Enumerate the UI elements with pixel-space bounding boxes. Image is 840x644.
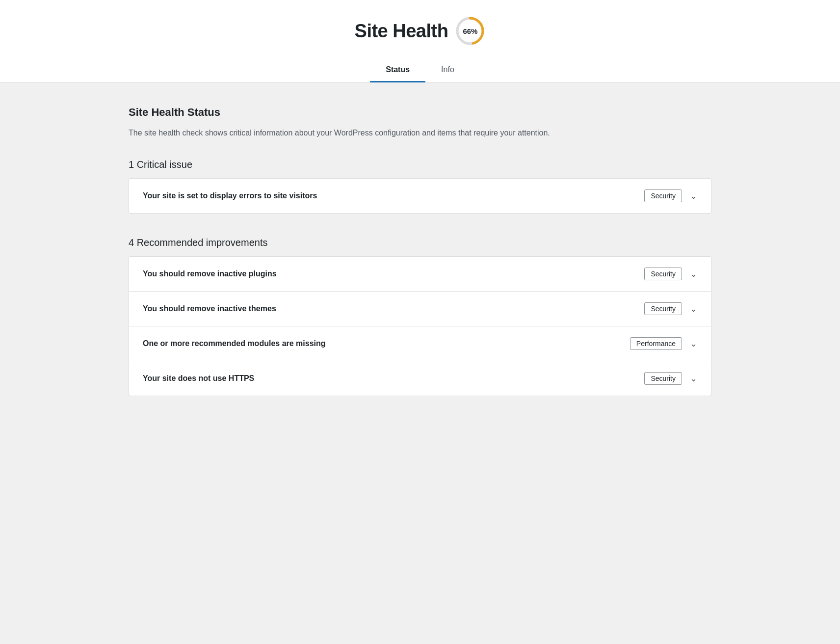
page-title: Site Health (355, 21, 448, 42)
chevron-down-icon[interactable]: ⌄ (690, 190, 697, 201)
score-value: 66% (463, 27, 477, 35)
chevron-down-icon[interactable]: ⌄ (690, 268, 697, 279)
security-tag: Security (644, 302, 682, 315)
issue-label: Your site does not use HTTPS (143, 374, 254, 383)
main-content: Site Health Status The site health check… (101, 82, 739, 443)
issue-label: Your site is set to display errors to si… (143, 191, 317, 200)
table-row: Your site is set to display errors to si… (129, 179, 711, 213)
issue-right: Security ⌄ (644, 302, 697, 315)
table-row: One or more recommended modules are miss… (129, 326, 711, 361)
health-score-circle: 66% (455, 16, 485, 46)
title-row: Site Health 66% (355, 16, 486, 46)
issue-right: Security ⌄ (644, 372, 697, 385)
issue-right: Performance ⌄ (630, 337, 697, 350)
issue-label: You should remove inactive plugins (143, 269, 277, 278)
security-tag: Security (644, 268, 682, 280)
table-row: You should remove inactive plugins Secur… (129, 257, 711, 292)
recommended-improvements-title: 4 Recommended improvements (129, 237, 711, 248)
security-tag: Security (644, 189, 682, 202)
critical-issues-title: 1 Critical issue (129, 159, 711, 170)
issue-right: Security ⌄ (644, 268, 697, 280)
performance-tag: Performance (630, 337, 682, 350)
issue-label: You should remove inactive themes (143, 304, 276, 313)
chevron-down-icon[interactable]: ⌄ (690, 373, 697, 384)
table-row: You should remove inactive themes Securi… (129, 292, 711, 326)
page-header: Site Health 66% Status Info (0, 0, 840, 82)
section-title: Site Health Status (129, 106, 711, 119)
chevron-down-icon[interactable]: ⌄ (690, 303, 697, 314)
tab-bar: Status Info (370, 60, 470, 82)
critical-issues-container: Your site is set to display errors to si… (129, 178, 711, 214)
section-description: The site health check shows critical inf… (129, 127, 711, 139)
recommended-issues-container: You should remove inactive plugins Secur… (129, 256, 711, 396)
tab-status[interactable]: Status (370, 60, 425, 82)
issue-label: One or more recommended modules are miss… (143, 339, 326, 348)
table-row: Your site does not use HTTPS Security ⌄ (129, 361, 711, 396)
tab-info[interactable]: Info (425, 60, 470, 82)
chevron-down-icon[interactable]: ⌄ (690, 338, 697, 349)
security-tag: Security (644, 372, 682, 385)
issue-right: Security ⌄ (644, 189, 697, 202)
